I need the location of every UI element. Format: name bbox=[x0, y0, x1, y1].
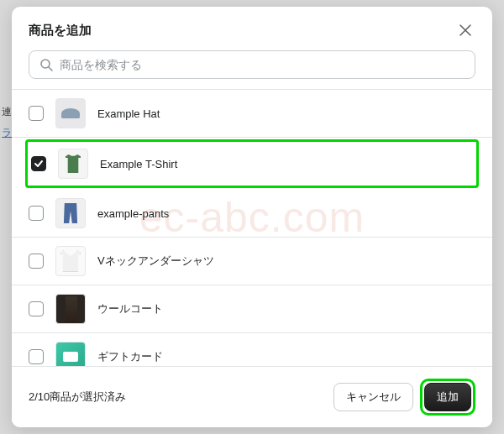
add-button[interactable]: 追加 bbox=[424, 383, 471, 411]
product-row[interactable]: Vネックアンダーシャツ bbox=[12, 238, 492, 285]
close-icon bbox=[459, 24, 472, 37]
product-thumbnail-hat bbox=[55, 98, 86, 128]
search-input[interactable] bbox=[60, 58, 465, 71]
product-checkbox[interactable] bbox=[29, 349, 44, 364]
selection-status: 2/10商品が選択済み bbox=[29, 390, 126, 405]
product-row[interactable]: example-pants bbox=[12, 190, 492, 238]
footer-actions: キャンセル 追加 bbox=[333, 379, 475, 416]
background-text: 連 bbox=[2, 105, 12, 119]
check-icon bbox=[34, 159, 44, 169]
product-name: ギフトカード bbox=[97, 349, 163, 364]
search-box[interactable] bbox=[29, 50, 475, 79]
add-button-highlight: 追加 bbox=[420, 379, 475, 416]
product-checkbox[interactable] bbox=[29, 206, 44, 221]
add-product-modal: 商品を追加 Example Hat Example T-Shirt exampl… bbox=[12, 7, 492, 427]
product-list: Example Hat Example T-Shirt example-pant… bbox=[12, 89, 492, 366]
product-name: Vネックアンダーシャツ bbox=[97, 254, 214, 269]
modal-title: 商品を追加 bbox=[29, 23, 92, 39]
product-thumbnail-pants bbox=[55, 198, 86, 228]
product-name: ウールコート bbox=[97, 301, 163, 316]
cancel-button[interactable]: キャンセル bbox=[333, 383, 413, 411]
modal-header: 商品を追加 bbox=[12, 7, 492, 50]
product-checkbox[interactable] bbox=[29, 106, 44, 121]
modal-footer: 2/10商品が選択済み キャンセル 追加 bbox=[12, 366, 492, 427]
product-thumbnail-gift bbox=[55, 342, 86, 366]
product-checkbox[interactable] bbox=[29, 254, 44, 269]
product-name: example-pants bbox=[97, 207, 169, 220]
search-container bbox=[12, 50, 492, 89]
product-row[interactable]: ギフトカード bbox=[12, 333, 492, 366]
background-link: ラ bbox=[2, 126, 12, 140]
product-name: Example T-Shirt bbox=[100, 158, 177, 170]
product-checkbox[interactable] bbox=[31, 156, 46, 171]
product-thumbnail-vneck bbox=[55, 246, 86, 276]
product-checkbox[interactable] bbox=[29, 301, 44, 316]
product-thumbnail-coat bbox=[55, 294, 86, 324]
product-row[interactable]: Example T-Shirt bbox=[25, 139, 479, 188]
product-row[interactable]: Example Hat bbox=[12, 90, 492, 138]
search-icon bbox=[39, 58, 53, 71]
close-button[interactable] bbox=[455, 20, 475, 40]
product-name: Example Hat bbox=[97, 107, 160, 120]
product-row[interactable]: ウールコート bbox=[12, 285, 492, 333]
product-thumbnail-tshirt bbox=[58, 149, 88, 179]
